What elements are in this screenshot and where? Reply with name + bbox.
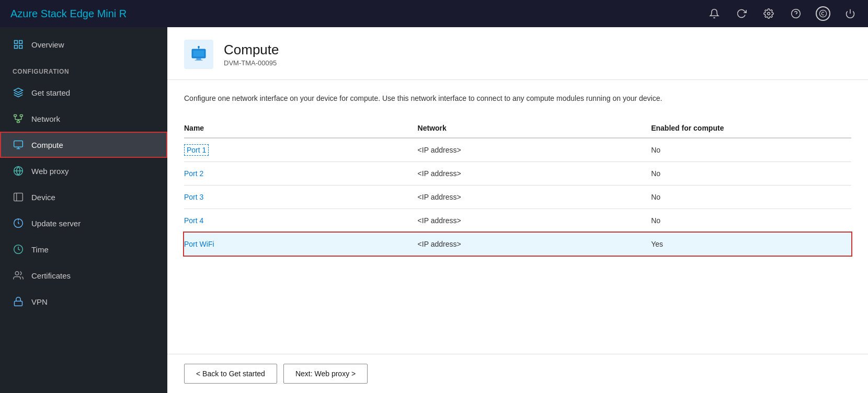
table-cell-enabled: Yes <box>651 233 851 256</box>
table-header-row: Name Network Enabled for compute <box>184 119 851 138</box>
table-cell-network: <IP address> <box>418 233 652 256</box>
svg-rect-33 <box>197 59 201 60</box>
svg-rect-5 <box>15 41 18 44</box>
main-layout: Overview CONFIGURATION Get started Netwo… <box>0 27 868 393</box>
svg-rect-6 <box>19 41 22 44</box>
page-subtitle: DVM-TMA-00095 <box>224 59 279 67</box>
table-row: Port 1<IP address>No <box>184 138 851 162</box>
table-row: Port 4<IP address>No <box>184 209 851 233</box>
table-cell-enabled: No <box>651 186 851 209</box>
content-description: Configure one network interface on your … <box>184 93 759 104</box>
sidebar-item-overview-label: Overview <box>31 40 64 49</box>
svg-rect-16 <box>14 141 23 147</box>
table-cell-name[interactable]: Port WiFi <box>184 233 418 256</box>
vpn-icon <box>13 296 24 307</box>
content-header-icon <box>184 40 213 69</box>
content-body: Configure one network interface on your … <box>167 80 868 354</box>
sidebar-item-update-server[interactable]: Update server <box>0 210 167 236</box>
svg-rect-8 <box>15 45 18 49</box>
sidebar-item-update-server-label: Update server <box>31 219 81 228</box>
svg-rect-32 <box>193 51 204 57</box>
sidebar: Overview CONFIGURATION Get started Netwo… <box>0 27 167 393</box>
col-header-name: Name <box>184 119 418 138</box>
sidebar-item-web-proxy[interactable]: Web proxy <box>0 158 167 184</box>
content-area: Compute DVM-TMA-00095 Configure one netw… <box>167 27 868 393</box>
web-proxy-icon <box>13 165 24 177</box>
col-header-network: Network <box>418 119 652 138</box>
sidebar-item-vpn-label: VPN <box>31 297 48 306</box>
refresh-icon[interactable] <box>734 6 749 21</box>
sidebar-item-compute-label: Compute <box>31 141 63 149</box>
table-cell-enabled: No <box>651 138 851 162</box>
table-cell-name[interactable]: Port 3 <box>184 186 418 209</box>
page-title: Compute <box>224 42 279 58</box>
content-header: Compute DVM-TMA-00095 <box>167 27 868 80</box>
svg-point-1 <box>792 9 801 18</box>
sidebar-item-overview[interactable]: Overview <box>0 31 167 57</box>
table-cell-network: <IP address> <box>418 209 652 233</box>
copyright-icon[interactable] <box>816 6 830 21</box>
time-icon <box>13 244 24 255</box>
svg-rect-34 <box>195 60 203 61</box>
svg-rect-11 <box>17 121 20 122</box>
sidebar-item-get-started-label: Get started <box>31 88 70 97</box>
help-icon[interactable] <box>789 6 803 21</box>
port-link[interactable]: Port 4 <box>184 216 203 225</box>
topbar-icon-group <box>707 6 858 21</box>
sidebar-item-compute[interactable]: Compute <box>0 132 167 158</box>
svg-rect-24 <box>14 193 23 201</box>
svg-point-29 <box>15 272 19 275</box>
svg-rect-7 <box>19 45 22 49</box>
svg-rect-9 <box>14 115 17 117</box>
power-icon[interactable] <box>843 6 858 21</box>
compute-icon <box>13 139 24 151</box>
table-row: Port 2<IP address>No <box>184 162 851 186</box>
sidebar-item-certificates[interactable]: Certificates <box>0 262 167 288</box>
sidebar-item-get-started[interactable]: Get started <box>0 79 167 106</box>
table-cell-enabled: No <box>651 162 851 186</box>
svg-rect-10 <box>20 115 22 117</box>
table-cell-name[interactable]: Port 4 <box>184 209 418 233</box>
table-cell-network: <IP address> <box>418 186 652 209</box>
svg-point-36 <box>198 46 200 48</box>
col-header-enabled: Enabled for compute <box>651 119 851 138</box>
table-cell-network: <IP address> <box>418 162 652 186</box>
sidebar-item-network-label: Network <box>31 114 60 123</box>
port-link[interactable]: Port 1 <box>184 144 209 156</box>
sidebar-section-configuration: CONFIGURATION <box>0 57 167 79</box>
port-link[interactable]: Port WiFi <box>184 240 214 248</box>
topbar: Azure Stack Edge Mini R <box>0 0 868 27</box>
content-title-group: Compute DVM-TMA-00095 <box>224 42 279 67</box>
certificates-icon <box>13 270 24 281</box>
table-row: Port WiFi<IP address>Yes <box>184 233 851 256</box>
content-footer: < Back to Get started Next: Web proxy > <box>167 354 868 393</box>
sidebar-item-network[interactable]: Network <box>0 106 167 132</box>
network-icon <box>13 113 24 124</box>
sidebar-item-web-proxy-label: Web proxy <box>31 167 68 176</box>
update-server-icon <box>13 217 24 229</box>
back-button[interactable]: < Back to Get started <box>184 364 277 384</box>
sidebar-item-time[interactable]: Time <box>0 236 167 262</box>
svg-rect-30 <box>15 301 22 306</box>
port-link[interactable]: Port 3 <box>184 193 203 201</box>
app-title: Azure Stack Edge Mini R <box>10 8 127 20</box>
table-cell-network: <IP address> <box>418 138 652 162</box>
sidebar-item-vpn[interactable]: VPN <box>0 288 167 315</box>
sidebar-item-certificates-label: Certificates <box>31 271 71 280</box>
table-cell-name[interactable]: Port 2 <box>184 162 418 186</box>
compute-table: Name Network Enabled for compute Port 1<… <box>184 119 851 256</box>
sidebar-item-time-label: Time <box>31 245 49 254</box>
svg-point-3 <box>819 10 826 17</box>
table-row: Port 3<IP address>No <box>184 186 851 209</box>
sidebar-item-device-label: Device <box>31 193 55 202</box>
bell-icon[interactable] <box>707 6 722 21</box>
sidebar-item-device[interactable]: Device <box>0 184 167 210</box>
device-icon <box>13 191 24 203</box>
port-link[interactable]: Port 2 <box>184 169 203 178</box>
get-started-icon <box>13 87 24 98</box>
svg-point-0 <box>768 13 770 15</box>
table-cell-name[interactable]: Port 1 <box>184 138 418 162</box>
table-cell-enabled: No <box>651 209 851 233</box>
next-button[interactable]: Next: Web proxy > <box>283 364 368 384</box>
settings-icon[interactable] <box>761 6 776 21</box>
